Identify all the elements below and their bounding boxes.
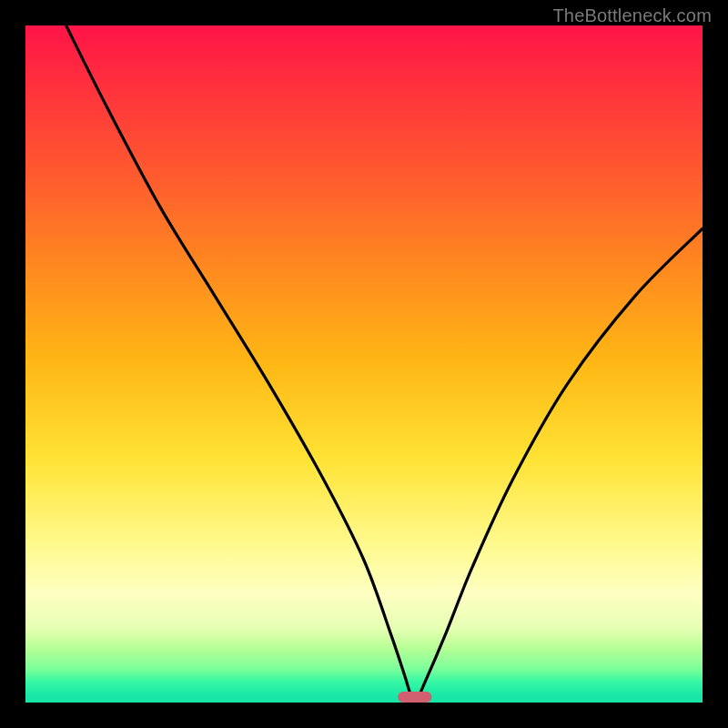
curve-layer <box>25 25 703 703</box>
plot-area <box>25 25 703 703</box>
chart-frame: TheBottleneck.com <box>0 0 728 728</box>
bottleneck-curve <box>66 25 703 698</box>
optimum-marker <box>398 692 431 703</box>
watermark-text: TheBottleneck.com <box>552 5 712 26</box>
